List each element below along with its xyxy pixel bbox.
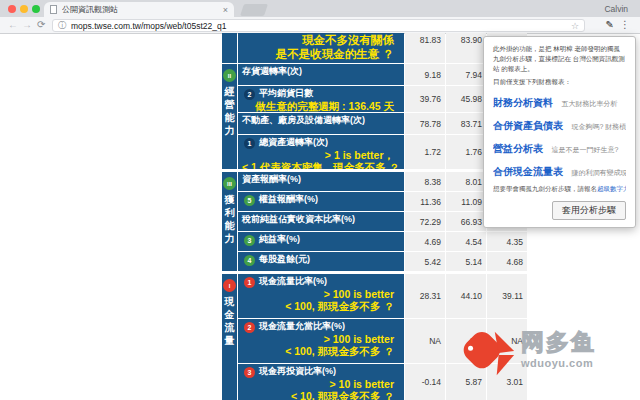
popup-footer-text: 想要學會獨孤九劍分析步驟，請報名 — [493, 185, 597, 192]
section-label-char: 營 — [225, 98, 235, 111]
metric-annotation: > 100 is better — [242, 333, 394, 345]
browser-menu-icon[interactable]: ⋮ — [620, 19, 630, 30]
metric-value-cell: NA — [405, 319, 445, 363]
metric-number-badge: 5 — [244, 195, 255, 206]
tab-strip: 公開資訊觀測站 × Calvin — [0, 0, 640, 17]
section-label-char: 能 — [225, 111, 235, 124]
metric-number-badge: 2 — [244, 89, 255, 100]
metric-number-badge: 3 — [244, 367, 255, 378]
section-numeral-badge: I — [223, 279, 236, 292]
tab-title: 公開資訊觀測站 — [62, 4, 219, 15]
section-cell: III獲利能力 — [222, 172, 237, 271]
section-label-char: 現 — [225, 295, 235, 308]
popup-report-item: 營益分析表 這是不是一門好生意? — [493, 138, 626, 156]
popup-report-item: 合併資產負債表 現金夠嗎? 財務槓桿會不會太高? — [493, 115, 626, 133]
apply-analysis-button[interactable]: 套用分析步驟 — [552, 201, 626, 220]
window-close-icon[interactable] — [8, 5, 16, 13]
metric-value-cell: 4.69 — [405, 232, 445, 251]
report-link-balance-sheet[interactable]: 合併資產負債表 — [493, 120, 563, 131]
metric-label-cell: 3現金再投資比率(%)> 10 is better< 10, 那現金多不多 ？ — [238, 364, 404, 400]
metric-value-cell: 81.83 — [405, 33, 445, 63]
fish-logo-icon — [456, 324, 518, 384]
table-row: 3純益率(%)4.694.544.35 — [238, 232, 527, 251]
metric-value-cell: 72.29 — [405, 212, 445, 231]
watermark-site: wduoyu.com — [521, 357, 596, 369]
close-tab-icon[interactable]: × — [223, 5, 228, 15]
browser-window: 公開資訊觀測站 × Calvin ← → ⟳ ⓘ mops.twse.com.t… — [0, 0, 640, 400]
metric-number-badge: 2 — [244, 322, 255, 333]
metric-label-cell: 5權益報酬率(%) — [238, 192, 404, 211]
metric-annotation: < 10, 那現金多不多 ？ — [242, 390, 394, 400]
report-link-income-analysis[interactable]: 營益分析表 — [493, 143, 543, 154]
metric-value-cell: 8.01 — [446, 172, 486, 191]
metric-label: 資產報酬率(%) — [242, 173, 301, 186]
metric-value-cell: 11.09 — [446, 192, 486, 211]
metric-value-cell: 8.38 — [405, 172, 445, 191]
metric-value-cell: 45.98 — [446, 86, 486, 112]
section-label-char: 利 — [225, 206, 235, 219]
metric-annotation: 現金不多沒有關係 — [242, 34, 394, 48]
profile-name: Calvin — [604, 4, 628, 14]
metric-label: 權益報酬率(%) — [259, 193, 318, 206]
metric-value-cell: 5.14 — [446, 252, 486, 271]
section-cell: I現金流量 — [222, 274, 237, 400]
new-tab-button[interactable] — [240, 4, 268, 16]
metric-value-cell: 4.68 — [487, 252, 527, 271]
section-label-char: 金 — [225, 308, 235, 321]
popup-support-text: 目前僅支援下列財務報表： — [493, 78, 626, 87]
metric-label: 總資產週轉率(次) — [259, 136, 328, 149]
extension-icon[interactable]: ✎ — [606, 19, 614, 30]
popup-report-item: 財務分析資料 五大財務比率分析 — [493, 92, 626, 110]
metric-value-cell: 1.72 — [405, 135, 445, 169]
metric-value-cell: -0.14 — [405, 364, 445, 400]
metric-label-cell: 1總資產週轉率(次)> 1 is better，< 1 代表資本密集，現金多不多… — [238, 135, 404, 169]
metric-number-badge: 4 — [244, 255, 255, 266]
metric-label: 現金流量比率(%) — [259, 275, 327, 288]
back-icon[interactable]: ← — [8, 19, 18, 30]
bookmark-star-icon[interactable]: ☆ — [571, 21, 579, 31]
section-numeral-badge: III — [223, 177, 236, 190]
metric-label-cell: 2現金流量允當比率(%)> 100 is better< 100, 那現金多不多… — [238, 319, 404, 363]
metric-number-badge: 1 — [244, 277, 255, 288]
section-label-char: 量 — [225, 334, 235, 347]
course-link[interactable]: 超級數字力 — [597, 185, 626, 192]
popup-intro-text: 此外掛的功能，是把 林明樟 老師發明的獨孤九劍分析步驟，直接標記在 台灣公開資訊… — [493, 44, 626, 73]
popup-report-item: 合併現金流量表 賺的利潤有變成現金回到公司嗎? — [493, 161, 626, 179]
section-label-char: 流 — [225, 321, 235, 334]
metric-label: 純益率(%) — [259, 233, 300, 246]
popup-footer: 想要學會獨孤九劍分析步驟，請報名超級數字力 — [493, 185, 626, 194]
metric-annotation: > 1 is better， — [242, 149, 394, 161]
table-row: 1現金流量比率(%)> 100 is better< 100, 那現金多不多 ？… — [238, 274, 527, 318]
site-info-icon[interactable]: ⓘ — [58, 20, 66, 31]
metric-label-cell: 不動產、廠房及設備週轉率(次) — [238, 113, 404, 134]
address-bar[interactable]: ⓘ mops.twse.com.tw/mops/web/t05st22_q1 ☆ — [52, 19, 585, 32]
metric-value-cell: 44.10 — [446, 274, 486, 318]
window-minimize-icon[interactable] — [20, 5, 28, 13]
metric-label: 存貨週轉率(次) — [242, 65, 302, 78]
browser-tab[interactable]: 公開資訊觀測站 × — [44, 2, 234, 17]
watermark-brand: 网多鱼 — [521, 330, 596, 355]
refresh-icon[interactable]: ⟳ — [37, 19, 45, 30]
table-row: 4每股盈餘(元)5.425.144.68 — [238, 252, 527, 271]
extension-popup: 此外掛的功能，是把 林明樟 老師發明的獨孤九劍分析步驟，直接標記在 台灣公開資訊… — [483, 36, 636, 228]
metric-value-cell: 4.54 — [446, 232, 486, 251]
metric-number-badge: 1 — [244, 138, 255, 149]
report-link-financial-analysis[interactable]: 財務分析資料 — [493, 97, 553, 108]
browser-toolbar: ← → ⟳ ⓘ mops.twse.com.tw/mops/web/t05st2… — [0, 17, 640, 34]
metric-value-cell: 28.31 — [405, 274, 445, 318]
section-label-char: 力 — [225, 124, 235, 137]
section-cell: II經營能力 — [222, 64, 237, 169]
window-zoom-icon[interactable] — [32, 5, 40, 13]
metric-annotation: < 100, 那現金多不多 ？ — [242, 300, 394, 312]
section-label-char: 力 — [225, 232, 235, 245]
section-cell-empty — [222, 33, 237, 63]
section-label-char: 獲 — [225, 193, 235, 206]
report-link-cash-flow[interactable]: 合併現金流量表 — [493, 166, 563, 177]
report-desc: 這是不是一門好生意? — [551, 146, 618, 153]
metric-label-cell: 稅前純益佔實收資本比率(%) — [238, 212, 404, 231]
metric-value-cell: 78.78 — [405, 113, 445, 134]
metric-label: 平均銷貨日數 — [259, 87, 313, 100]
metric-value-cell: 1.76 — [446, 135, 486, 169]
metric-label: 現金再投資比率(%) — [259, 365, 336, 378]
forward-icon[interactable]: → — [22, 19, 32, 30]
